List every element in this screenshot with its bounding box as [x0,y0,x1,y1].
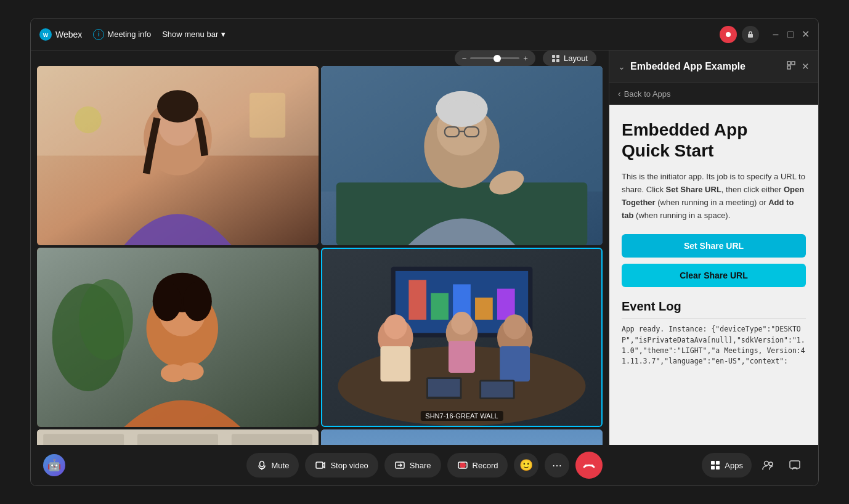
expand-panel-button[interactable] [787,61,795,72]
svg-point-12 [157,90,198,122]
more-button[interactable]: ⋯ [545,453,569,478]
svg-rect-50 [449,341,475,373]
layout-icon [551,54,560,63]
webex-logo: W Webex [39,28,82,41]
maximize-button[interactable]: □ [786,30,795,39]
record-label: Record [473,461,498,470]
svg-rect-57 [481,381,513,397]
lock-button[interactable] [742,26,759,43]
video-feed-4 [322,249,601,426]
back-to-apps-button[interactable]: ‹ Back to Apps [609,83,818,105]
svg-point-2 [726,32,731,37]
panel-header: ⌄ Embedded App Example ✕ [609,51,818,83]
window-controls: – □ ✕ [771,30,810,39]
video-feed-3 [37,248,319,427]
bottom-bar-left: 🤖 [43,454,65,476]
close-panel-button[interactable]: ✕ [802,61,810,72]
svg-rect-7 [556,59,559,62]
svg-point-33 [183,282,212,321]
layout-label: Layout [564,54,588,63]
bottom-bar: 🤖 Mute Stop video Share Record [31,445,818,486]
svg-point-21 [442,100,481,125]
video-toolbar: − + Layout [37,51,603,66]
stop-video-button[interactable]: Stop video [305,453,378,478]
event-log-content: App ready. Instance: {"deviceType":"DESK… [622,324,806,367]
svg-point-14 [75,107,102,134]
svg-rect-43 [475,298,493,320]
svg-rect-91 [787,62,790,65]
share-button[interactable]: Share [384,453,441,478]
svg-rect-5 [556,55,559,58]
bottom-bar-right: Apps [702,453,806,478]
video-cell-4: SHN7-16-GREAT WALL [321,248,603,427]
video-cell-3 [37,248,319,427]
meeting-info-label: Meeting info [107,30,151,39]
share-label: Share [410,461,431,470]
layout-button[interactable]: Layout [543,51,596,66]
svg-point-49 [451,312,472,335]
video-cell-2 [321,66,603,245]
svg-rect-4 [552,55,555,58]
apps-icon [710,460,720,470]
main-content: − + Layout [31,51,818,445]
panel-description: This is the initiator app. Its job is to… [622,171,806,222]
svg-rect-40 [408,280,426,320]
end-call-button[interactable] [575,452,603,479]
show-menu-button[interactable]: Show menu bar ▾ [162,30,225,39]
svg-rect-61 [137,434,218,445]
panel-app-title: Embedded App Quick Start [622,120,806,161]
svg-point-46 [384,314,407,339]
bot-avatar: 🤖 [43,454,65,476]
video-cell-5 [37,429,319,445]
clear-share-url-button[interactable]: Clear Share URL [622,264,806,287]
panel-title-row: ⌄ Embedded App Example [618,61,745,72]
video-cell-6 [321,429,603,445]
svg-rect-53 [500,346,530,381]
svg-rect-105 [716,466,720,469]
titlebar: W Webex i Meeting info Show menu bar ▾ – [31,18,818,51]
record-indicator-button[interactable] [720,26,737,43]
titlebar-right: – □ ✕ [720,26,810,43]
cell-4-label: SHN7-16-GREAT WALL [420,411,503,421]
svg-point-52 [503,314,526,339]
main-window: W Webex i Meeting info Show menu bar ▾ – [30,18,819,486]
zoom-slider[interactable]: − + [455,51,535,66]
video-feed-1 [37,66,319,245]
video-grid: SHN7-16-GREAT WALL [37,66,603,445]
meeting-info-button[interactable]: i Meeting info [93,29,151,40]
record-icon [457,460,468,471]
mute-button[interactable]: Mute [246,453,299,478]
close-button[interactable]: ✕ [801,30,810,39]
apps-button[interactable]: Apps [702,453,752,478]
svg-rect-13 [250,93,285,138]
set-share-url-button[interactable]: Set Share URL [622,234,806,258]
svg-rect-6 [552,59,555,62]
end-call-icon [582,458,596,472]
video-area: − + Layout [31,51,609,445]
side-panel: ⌄ Embedded App Example ✕ ‹ Back to Apps … [609,51,818,445]
video-feed-5 [37,429,319,445]
collapse-icon[interactable]: ⌄ [618,62,625,71]
minimize-button[interactable]: – [771,30,780,39]
svg-point-28 [79,279,132,360]
mute-label: Mute [272,461,290,470]
svg-rect-108 [790,461,800,468]
zoom-thumb [494,55,501,62]
panel-content: Embedded App Quick Start This is the ini… [609,105,818,445]
record-button[interactable]: Record [447,453,508,478]
zoom-track [470,57,519,59]
svg-point-106 [765,461,769,466]
svg-rect-70 [321,429,603,445]
webex-logo-icon: W [39,28,52,41]
emoji-icon: 🙂 [519,458,533,472]
chevron-down-icon: ▾ [221,30,225,39]
svg-rect-47 [380,346,410,381]
reactions-button[interactable]: 🙂 [514,453,538,478]
svg-point-94 [259,461,264,467]
svg-rect-96 [316,462,323,468]
svg-point-32 [153,282,182,321]
stop-video-icon [315,460,326,471]
chat-button[interactable] [784,454,806,476]
svg-rect-104 [711,466,715,469]
participants-button[interactable] [757,454,779,476]
